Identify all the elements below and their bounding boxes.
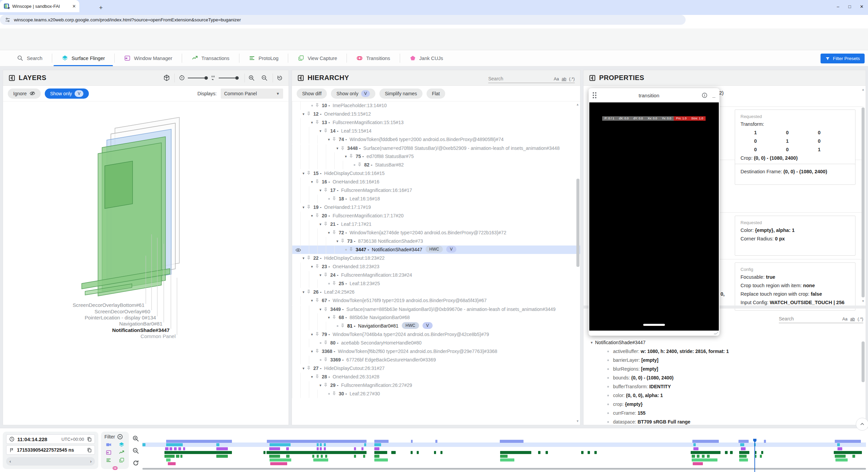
expand-arrow-icon[interactable]: ▾ bbox=[309, 212, 315, 220]
copy-icon[interactable] bbox=[87, 437, 92, 442]
transition-preview-window[interactable]: transition _ P: 0 / 1dX: 0.0dY: 0.0Xv: 0… bbox=[589, 88, 719, 336]
trace-entry[interactable] bbox=[374, 447, 379, 450]
tree-node-72[interactable]: ▾72 - WindowToken{a2746de type=2040 andr… bbox=[292, 229, 580, 237]
show-only-visible-button[interactable]: Show only V bbox=[45, 88, 89, 99]
window-manager-filter-icon[interactable] bbox=[106, 450, 112, 455]
trace-entry[interactable] bbox=[325, 455, 327, 458]
pin-icon[interactable] bbox=[307, 203, 313, 209]
expand-arrow-icon[interactable]: ▾ bbox=[326, 229, 332, 237]
screen-recording-filter-icon[interactable] bbox=[106, 442, 112, 448]
minimize-icon[interactable]: _ bbox=[712, 92, 715, 98]
pin-icon[interactable] bbox=[332, 229, 338, 235]
timestamp-ns[interactable]: 1715339054227572545 ns bbox=[17, 447, 74, 453]
trace-entry[interactable] bbox=[761, 451, 763, 454]
trace-entry[interactable] bbox=[374, 458, 388, 461]
rotation-slider[interactable] bbox=[188, 78, 208, 78]
timeline-zoom-in-icon[interactable] bbox=[132, 435, 139, 442]
layer-label[interactable]: ScreenDecorOverlay#60 bbox=[95, 309, 150, 314]
trace-entry[interactable] bbox=[581, 451, 584, 454]
new-tab-button[interactable]: + bbox=[99, 4, 103, 12]
window-close-icon[interactable]: ✕ bbox=[860, 4, 864, 9]
hierarchy-scrollbar[interactable] bbox=[576, 179, 579, 267]
expand-arrow-icon[interactable]: ▾ bbox=[317, 127, 323, 135]
panel-dock-icon[interactable] bbox=[8, 75, 15, 81]
trace-entry[interactable] bbox=[693, 443, 696, 446]
site-settings-icon[interactable] bbox=[5, 17, 11, 23]
pin-icon[interactable] bbox=[349, 152, 355, 158]
trace-entry[interactable] bbox=[267, 451, 367, 454]
timeline-hscroll[interactable]: ‹› bbox=[6, 457, 95, 466]
timeline-scrollbar[interactable] bbox=[142, 468, 866, 470]
trace-entry[interactable] bbox=[263, 451, 265, 454]
pin-icon[interactable] bbox=[315, 373, 321, 379]
tree-node-3447[interactable]: 3447 - NotificationShade#3447HWCV bbox=[292, 245, 580, 254]
trace-entry[interactable] bbox=[270, 458, 291, 461]
trace-entry[interactable] bbox=[178, 447, 181, 450]
pin-icon[interactable] bbox=[323, 356, 330, 362]
tree-node-26[interactable]: ▾26 - Leaf:24:25#26 bbox=[292, 288, 580, 296]
pin-icon[interactable] bbox=[332, 135, 338, 141]
trace-entry[interactable] bbox=[730, 451, 733, 454]
trace-entry[interactable] bbox=[270, 462, 287, 465]
tree-node-79[interactable]: ▾79 - WindowToken{7046b4a type=2024 andr… bbox=[292, 330, 580, 339]
trace-entry[interactable] bbox=[286, 455, 290, 458]
trace-entry[interactable] bbox=[170, 447, 172, 450]
expand-arrow-icon[interactable]: ▾ bbox=[300, 169, 307, 178]
pin-icon[interactable] bbox=[332, 390, 338, 396]
trace-entry[interactable] bbox=[354, 447, 356, 450]
trace-entry[interactable] bbox=[317, 455, 319, 458]
trace-entry[interactable] bbox=[176, 455, 179, 458]
trace-entry[interactable] bbox=[434, 451, 436, 454]
pin-icon[interactable] bbox=[349, 245, 355, 252]
tab-transitions[interactable]: Transitions bbox=[347, 50, 399, 66]
filter-presets-button[interactable]: Filter Presets bbox=[821, 54, 865, 63]
tree-node-21[interactable]: ▾21 - Leaf:17:17#21 bbox=[292, 220, 580, 229]
trace-entry[interactable] bbox=[707, 455, 710, 458]
proto-item[interactable]: bounds:(0, 0) - (1080, 2400) bbox=[584, 373, 866, 382]
trace-entry[interactable] bbox=[321, 455, 323, 458]
zoom-out-icon[interactable] bbox=[261, 75, 268, 81]
timeline-cursor[interactable] bbox=[754, 439, 755, 472]
pin-icon[interactable] bbox=[340, 322, 347, 328]
pin-icon[interactable] bbox=[315, 347, 321, 353]
match-word-icon[interactable]: ab bbox=[850, 317, 855, 321]
track-transactions[interactable] bbox=[142, 451, 866, 454]
trace-entry[interactable] bbox=[374, 455, 379, 458]
expand-arrow-icon[interactable]: ▾ bbox=[309, 178, 315, 186]
proto-item[interactable]: color:(0, 0, 0), alpha: 1 bbox=[584, 391, 866, 400]
layer-label[interactable]: PointerLocation - display 0#134 bbox=[85, 315, 156, 320]
human-time-row[interactable]: 11:04:14.228 UTC+00:00 bbox=[6, 434, 95, 444]
track-surface-flinger[interactable] bbox=[142, 443, 866, 446]
trace-entry[interactable] bbox=[852, 455, 855, 458]
trace-entry[interactable] bbox=[267, 440, 367, 443]
tree-node-3368[interactable]: ▾3368 - WindowToken{f6b2f60 type=2024 an… bbox=[292, 347, 580, 356]
pin-icon[interactable] bbox=[357, 161, 363, 167]
pin-icon[interactable] bbox=[332, 195, 338, 201]
trace-entry[interactable] bbox=[174, 447, 177, 450]
expand-arrow-icon[interactable]: ▾ bbox=[309, 330, 315, 339]
window-minimize-icon[interactable]: – bbox=[837, 4, 839, 9]
tree-node-12[interactable]: ▾12 - OneHanded:15:15#12 bbox=[292, 110, 580, 118]
trace-entry[interactable] bbox=[500, 455, 508, 458]
tree-node-81[interactable]: 81 - NavigationBar0#81HWCV bbox=[292, 322, 580, 330]
trace-entry[interactable] bbox=[269, 455, 280, 458]
expand-arrow-icon[interactable]: ▾ bbox=[300, 254, 307, 262]
tree-node-75[interactable]: ▾75 - ed70f88 StatusBar#75 bbox=[292, 152, 580, 161]
trace-entry[interactable] bbox=[538, 451, 540, 454]
visibility-icon[interactable] bbox=[295, 247, 301, 253]
tree-node-13[interactable]: ▾13 - FullscreenMagnification:15:15#13 bbox=[292, 118, 580, 127]
match-word-icon[interactable]: ab bbox=[561, 77, 566, 81]
copy-icon[interactable] bbox=[87, 448, 92, 453]
resize-handle-icon[interactable] bbox=[714, 332, 718, 334]
trace-entry[interactable] bbox=[411, 451, 413, 454]
properties-scrollbar[interactable] bbox=[862, 107, 865, 297]
proto-item[interactable]: crop:{empty} bbox=[584, 400, 866, 409]
expand-arrow-icon[interactable]: ▾ bbox=[300, 364, 307, 373]
show-diff-button[interactable]: Show diff bbox=[297, 88, 327, 99]
timeline-tracks[interactable] bbox=[142, 438, 866, 468]
tree-node-18[interactable]: 18 - Leaf:16:16#18 bbox=[292, 195, 580, 203]
proto-root-node[interactable]: ▾ NotificationShade#3447 bbox=[584, 338, 866, 347]
trace-entry[interactable] bbox=[417, 451, 419, 454]
transactions-filter-icon[interactable] bbox=[119, 450, 124, 455]
layer-label[interactable]: Common Panel bbox=[141, 333, 176, 339]
